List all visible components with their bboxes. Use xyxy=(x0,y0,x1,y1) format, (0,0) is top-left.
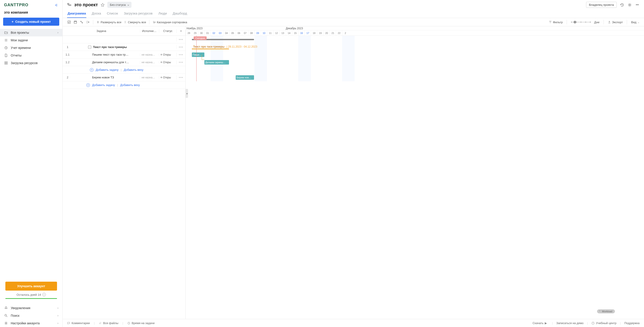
tab-dashboard[interactable]: Дашборд xyxy=(172,10,188,18)
calendar-icon[interactable] xyxy=(73,20,77,24)
tab-workload[interactable]: Загрузка ресурсов xyxy=(124,10,153,18)
day-header-cell: 02 xyxy=(211,30,217,35)
collapse-task-icon[interactable]: − xyxy=(88,45,91,49)
day-header-cell: 22 xyxy=(336,30,342,35)
sidebar-item-reports[interactable]: Отчеты xyxy=(0,52,62,59)
task-name[interactable]: Берем новое ТЗ xyxy=(92,76,114,79)
task-name[interactable]: Пишем текст про таск-тр… xyxy=(92,53,128,56)
link-icon[interactable] xyxy=(80,20,84,24)
star-icon[interactable] xyxy=(100,3,105,7)
row-menu-icon[interactable]: ••• xyxy=(176,37,185,41)
add-task-link[interactable]: Добавить задачу xyxy=(96,68,118,71)
task-name[interactable]: Делаем скриншоты для т… xyxy=(92,60,129,64)
filter-button[interactable]: Фильтр xyxy=(549,20,563,24)
collapse-grid-handle[interactable]: ◂ xyxy=(186,89,188,98)
summary-task-dates: | 29.11.2023 - 04.12.2023 xyxy=(226,45,257,48)
day-header-cell: 04 xyxy=(223,30,230,35)
add-task-link[interactable]: Добавить задачу xyxy=(92,83,115,87)
column-header-assignee[interactable]: Исполнитель xyxy=(140,29,159,33)
task-bar[interactable]: Делаем скринш… xyxy=(204,60,229,64)
column-header-task[interactable]: Задача xyxy=(62,29,140,33)
task-bar[interactable]: Пише… xyxy=(192,52,204,57)
more-icon[interactable]: ••• xyxy=(635,3,640,6)
plus-icon: + xyxy=(12,20,14,23)
view-button[interactable]: Вид⌄ xyxy=(631,20,640,24)
upgrade-account-button[interactable]: Улучшить аккаунт xyxy=(5,282,57,291)
create-project-button[interactable]: + Создать новый проект xyxy=(3,18,59,26)
settings-icon[interactable] xyxy=(628,3,632,7)
row-menu-icon[interactable]: ••• xyxy=(176,45,185,49)
day-header-cell: 19 xyxy=(317,30,323,35)
tab-board[interactable]: Доска xyxy=(91,10,101,18)
status-cell[interactable]: Откры xyxy=(159,61,176,64)
svg-rect-7 xyxy=(68,3,69,4)
row-menu-icon[interactable]: ••• xyxy=(176,60,185,64)
day-header-cell: 16 xyxy=(298,30,304,35)
footer-time-on-task[interactable]: Время на задачи xyxy=(127,322,155,325)
column-header-status[interactable]: Статус xyxy=(159,29,176,33)
add-subtask-row: + Добавить задачу | Добавить веху xyxy=(62,66,185,74)
footer-comments[interactable]: Комментарии xyxy=(67,322,90,325)
workload-toggle[interactable]: Workload xyxy=(597,309,615,313)
footer-download[interactable]: Скачать▶ xyxy=(533,322,548,325)
table-row[interactable]: ••• xyxy=(62,36,185,43)
add-column-button[interactable]: + xyxy=(176,29,185,33)
add-task-icon[interactable]: + xyxy=(86,83,90,87)
svg-point-5 xyxy=(5,314,6,316)
info-icon[interactable]: i xyxy=(42,293,46,297)
project-owner-button[interactable]: Владелец проекта xyxy=(586,2,617,8)
checkbox-icon[interactable] xyxy=(67,20,71,24)
group-summary-bar[interactable] xyxy=(192,48,229,49)
table-row[interactable]: 1 − Текст про таск-трекеры ••• xyxy=(62,43,185,51)
row-menu-icon[interactable]: ••• xyxy=(176,53,185,57)
row-menu-icon[interactable]: ••• xyxy=(176,75,185,79)
footer-book-demo[interactable]: Записаться на демо xyxy=(556,322,584,325)
collapse-all-button[interactable]: Свернуть все xyxy=(124,20,146,24)
assignee-cell[interactable]: не назна… xyxy=(140,53,159,56)
history-icon[interactable] xyxy=(620,3,624,7)
add-milestone-link[interactable]: Добавить веху xyxy=(124,68,143,71)
tab-list[interactable]: Список xyxy=(106,10,118,18)
footer-all-files[interactable]: Все файлы xyxy=(98,322,118,325)
sidebar-item-search[interactable]: Поиск › xyxy=(0,312,62,320)
task-name[interactable]: Текст про таск-трекеры xyxy=(93,45,127,49)
table-row[interactable]: 1.2 Делаем скриншоты для т… не назна… От… xyxy=(62,58,185,66)
add-milestone-link[interactable]: Добавить веху xyxy=(120,83,140,87)
collapse-sidebar-icon[interactable] xyxy=(54,3,58,7)
status-cell[interactable]: Откры xyxy=(159,76,176,79)
footer-learning-center[interactable]: Учебный центр xyxy=(592,322,616,325)
sidebar-item-account-settings[interactable]: Настройки аккаунта › xyxy=(0,320,62,327)
project-status-select[interactable]: Без статуса xyxy=(107,2,132,8)
chevron-right-icon: › xyxy=(58,307,58,310)
status-cell[interactable]: Откры xyxy=(159,53,176,56)
table-row[interactable]: 2 Берем новое ТЗ не назна… Откры ••• xyxy=(62,74,185,81)
sidebar-item-all-projects[interactable]: Все проекты › xyxy=(0,29,62,36)
indent-icon[interactable] xyxy=(86,20,90,24)
export-button[interactable]: Экспорт xyxy=(608,20,623,24)
sidebar-item-label: Мои задачи xyxy=(11,38,28,42)
chevron-right-icon: › xyxy=(58,314,58,317)
tab-diagram[interactable]: Диаграмма xyxy=(67,10,86,18)
gantt-chart[interactable]: ◂ Ноябрь 2023 Декабрь 2023 2829300102030… xyxy=(186,26,644,319)
play-store-icon: ▶ xyxy=(545,322,547,325)
footer-support[interactable]: Поддержка xyxy=(624,322,640,325)
sidebar-item-time-tracking[interactable]: Учет времени xyxy=(0,44,62,52)
add-task-icon[interactable]: + xyxy=(90,68,94,72)
tab-people[interactable]: Люди xyxy=(158,10,167,18)
assignee-cell[interactable]: не назна… xyxy=(140,61,159,64)
sidebar-item-my-tasks[interactable]: Мои задачи xyxy=(0,36,62,44)
row-number: 1 xyxy=(62,45,72,49)
sidebar-item-label: Загрузка ресурсов xyxy=(11,61,38,65)
sidebar-item-notifications[interactable]: Уведомления › xyxy=(0,304,62,312)
assignee-cell[interactable]: не назна… xyxy=(140,76,159,79)
sidebar-item-workload[interactable]: Загрузка ресурсов xyxy=(0,59,62,67)
day-header-cell: 05 xyxy=(230,30,236,35)
expand-all-button[interactable]: Развернуть все xyxy=(96,20,122,24)
hierarchy-icon[interactable] xyxy=(67,3,72,7)
project-title[interactable]: это проект xyxy=(74,2,98,7)
chevron-right-icon: › xyxy=(58,322,58,325)
table-row[interactable]: 1.1 Пишем текст про таск-тр… не назна… О… xyxy=(62,51,185,58)
cascade-sort-button[interactable]: Каскадная сортировка xyxy=(152,20,187,24)
task-bar[interactable]: Берем нов… xyxy=(236,75,254,80)
zoom-slider[interactable] xyxy=(571,22,591,22)
